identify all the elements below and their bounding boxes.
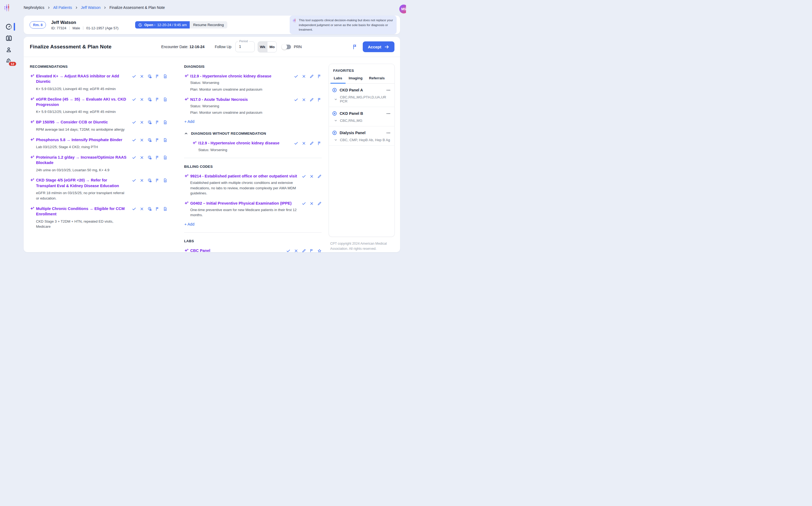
dismiss-x-icon[interactable] (140, 178, 144, 183)
edit-pencil-icon[interactable] (310, 141, 314, 146)
document-icon[interactable] (163, 138, 168, 142)
flag-icon[interactable] (317, 141, 322, 146)
prn-toggle-knob[interactable] (282, 44, 287, 50)
prn-toggle[interactable] (282, 45, 291, 49)
dismiss-x-icon[interactable] (302, 74, 306, 79)
encounter-status-pill[interactable]: Open - 12-20-24 / 9:45 am (135, 21, 190, 28)
add-diagnosis-button[interactable]: + Add (184, 119, 195, 124)
dismiss-x-icon[interactable] (140, 97, 144, 102)
flag-icon[interactable] (155, 207, 160, 211)
accept-button[interactable]: Accept (363, 41, 394, 52)
more-options-ellipsis-icon[interactable] (386, 111, 391, 116)
accept-check-icon[interactable] (132, 207, 136, 211)
snooze-clock-icon[interactable] (147, 74, 152, 79)
flag-note-icon[interactable] (352, 44, 358, 50)
edit-pencil-icon[interactable] (310, 98, 314, 102)
user-avatar[interactable]: MS (399, 5, 406, 13)
document-icon[interactable] (163, 120, 168, 124)
edit-pencil-icon[interactable] (317, 174, 322, 178)
lab-title[interactable]: CBC Panel (190, 248, 282, 252)
document-icon[interactable] (163, 74, 168, 79)
accept-check-icon[interactable] (132, 120, 136, 124)
flag-icon[interactable] (155, 178, 160, 183)
accept-check-icon[interactable] (132, 155, 136, 160)
accept-check-icon[interactable] (132, 138, 136, 142)
notification-count-badge[interactable]: 12 (8, 61, 17, 66)
snooze-clock-icon[interactable] (147, 207, 152, 211)
dismiss-x-icon[interactable] (140, 155, 144, 160)
recommendation-title[interactable]: BP 150/95 → Consider CCB or Diuretic (36, 119, 128, 125)
dismiss-x-icon[interactable] (140, 138, 144, 142)
recommendation-title[interactable]: Proteinuria 1.2 g/day → Increase/Optimiz… (36, 155, 128, 166)
tab-referrals[interactable]: Referrals (366, 76, 388, 84)
favorite-panel-name[interactable]: Dialysis Panel (340, 131, 366, 135)
recommendation-title[interactable]: CKD Stage 4/5 (eGFR <20) → Refer for Tra… (36, 177, 128, 188)
dashboard-gauge-icon[interactable] (5, 23, 13, 31)
add-plus-circle-icon[interactable] (332, 88, 337, 92)
document-icon[interactable] (163, 155, 168, 160)
snooze-clock-icon[interactable] (147, 97, 152, 102)
dismiss-x-icon[interactable] (294, 249, 298, 252)
accept-check-icon[interactable] (132, 178, 136, 183)
snooze-clock-icon[interactable] (147, 155, 152, 160)
breadcrumb-all-patients[interactable]: All Patients (53, 5, 72, 10)
dismiss-x-icon[interactable] (310, 174, 314, 178)
billing-code-title[interactable]: 99214 - Established patient office or ot… (190, 173, 297, 179)
recommendation-title[interactable]: eGFR Decline (45 → 35) → Evaluate AKI vs… (36, 96, 128, 107)
more-options-ellipsis-icon[interactable] (386, 131, 391, 135)
favorite-panel-name[interactable]: CKD Panel A (340, 88, 363, 92)
expand-chevron-down-icon[interactable] (334, 119, 337, 122)
document-icon[interactable] (163, 97, 168, 102)
flag-icon[interactable] (317, 98, 322, 102)
accept-check-icon[interactable] (302, 174, 306, 178)
recommendation-title[interactable]: Phosphorus 5.8 → Intensify Phosphate Bin… (36, 137, 128, 143)
flag-icon[interactable] (155, 97, 160, 102)
dismiss-x-icon[interactable] (302, 98, 306, 102)
dismiss-x-icon[interactable] (140, 120, 144, 124)
week-toggle-button[interactable]: Wk (258, 42, 267, 52)
month-toggle-button[interactable]: Mo (267, 42, 277, 52)
document-icon[interactable] (163, 207, 168, 211)
period-value[interactable]: 1 (236, 42, 255, 52)
edit-pencil-icon[interactable] (310, 74, 314, 79)
accept-check-icon[interactable] (132, 74, 136, 79)
expand-chevron-down-icon[interactable] (334, 98, 337, 101)
accept-check-icon[interactable] (294, 98, 298, 102)
flag-icon[interactable] (155, 74, 160, 79)
billing-code-title[interactable]: G0402 – Initial Preventive Physical Exam… (190, 200, 297, 206)
tab-labs[interactable]: Labs (330, 76, 345, 84)
diagnosis-title[interactable]: N17.0 - Acute Tubular Necrosis (190, 97, 290, 102)
flag-icon[interactable] (317, 74, 322, 79)
favorite-panel-name[interactable]: CKD Panel B (340, 111, 363, 115)
add-billing-code-button[interactable]: + Add (184, 222, 195, 226)
patients-idcard-icon[interactable] (5, 35, 12, 42)
accept-check-icon[interactable] (132, 97, 136, 102)
dismiss-x-icon[interactable] (140, 207, 144, 211)
flag-icon[interactable] (155, 120, 160, 124)
resume-recording-button[interactable]: Resume Recording (190, 21, 227, 28)
diagnosis-title[interactable]: I12.9 - Hypertensive chronic kidney dise… (190, 73, 290, 79)
recommendation-title[interactable]: Elevated K+ → Adjust RAAS inhibitor or A… (36, 73, 128, 84)
recommendation-title[interactable]: Multiple Chronic Conditions → Eligible f… (36, 206, 128, 217)
dismiss-x-icon[interactable] (310, 201, 314, 206)
snooze-clock-icon[interactable] (147, 178, 152, 183)
tab-imaging[interactable]: Imaging (345, 76, 366, 84)
snooze-clock-icon[interactable] (147, 138, 152, 142)
document-icon[interactable] (163, 178, 168, 183)
expand-chevron-down-icon[interactable] (334, 138, 337, 142)
accept-check-icon[interactable] (294, 141, 298, 146)
dismiss-x-icon[interactable] (302, 141, 306, 146)
accept-check-icon[interactable] (286, 249, 291, 252)
more-options-ellipsis-icon[interactable] (386, 88, 391, 92)
favorite-star-icon[interactable] (317, 249, 322, 252)
edit-pencil-icon[interactable] (302, 249, 306, 252)
flag-icon[interactable] (155, 155, 160, 160)
flag-icon[interactable] (310, 249, 314, 252)
diagnosis-title[interactable]: I12.9 - Hypertensive chronic kidney dise… (198, 140, 290, 146)
dismiss-x-icon[interactable] (140, 74, 144, 79)
breadcrumb-patient[interactable]: Jeff Watson (81, 5, 100, 10)
collapse-chevron-up-icon[interactable] (184, 132, 188, 136)
edit-pencil-icon[interactable] (317, 201, 322, 206)
profile-person-icon[interactable] (6, 47, 12, 53)
flag-icon[interactable] (155, 138, 160, 142)
